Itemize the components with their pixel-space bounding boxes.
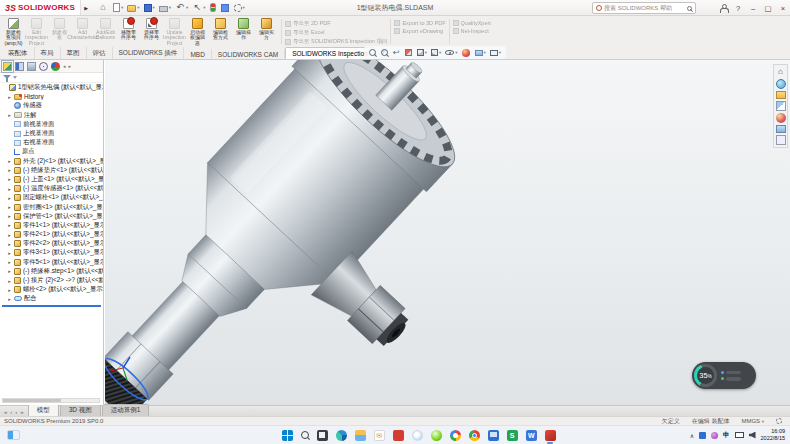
expand-arrow-icon[interactable]: ▸ xyxy=(7,112,12,118)
file-explorer-icon[interactable] xyxy=(355,430,366,441)
tree-item[interactable]: 1型铠装热电偶 (默认<默认_显示状态-1 xyxy=(0,83,103,92)
expand-arrow-icon[interactable]: ▸ xyxy=(7,259,12,265)
search-button[interactable] xyxy=(301,431,309,439)
tree-item[interactable]: ▸ History xyxy=(0,92,103,101)
rebuild-icon[interactable] xyxy=(210,3,217,12)
configurationmanager-tab[interactable] xyxy=(27,62,36,71)
tree-item[interactable]: ▸ 保护管<1> (默认<<默认>_显示状 xyxy=(0,212,103,221)
scrollbar-thumb[interactable] xyxy=(3,399,61,402)
green-s-app-icon[interactable]: S xyxy=(507,430,518,441)
task-view-button[interactable] xyxy=(317,430,328,441)
propertymanager-tab[interactable] xyxy=(15,62,24,71)
tray-monitor-icon[interactable] xyxy=(735,432,744,438)
tree-item[interactable]: ▸ 注解 xyxy=(0,111,103,120)
minimize-button[interactable]: – xyxy=(749,4,757,13)
edit-instance-button[interactable]: 编辑实 方 xyxy=(255,17,278,46)
help-search-box[interactable]: 搜索 SOLIDWORKS 帮助 xyxy=(592,2,696,14)
tree-item[interactable]: 前视基准面 xyxy=(0,120,103,129)
custom-properties-icon[interactable] xyxy=(776,135,786,145)
apply-scene-icon[interactable]: ▾ xyxy=(475,50,486,56)
edit-inspection-method-button[interactable]: 编辑检 查方式 xyxy=(209,17,232,46)
ribbon-tab[interactable]: SOLIDWORKS CAM xyxy=(212,49,285,59)
expand-arrow-icon[interactable]: ▸ xyxy=(7,232,12,238)
document-tab[interactable]: 3D 视图 xyxy=(60,404,101,416)
edit-inspection-project-button[interactable]: Edit Inspection Project xyxy=(25,17,48,46)
close-button[interactable]: × xyxy=(779,4,787,13)
hide-show-items-icon[interactable]: ▾ xyxy=(445,50,457,55)
zoom-area-icon[interactable] xyxy=(381,49,389,56)
home-icon[interactable]: ⌂ xyxy=(98,3,109,13)
blue-monitor-app-icon[interactable] xyxy=(488,430,499,441)
ribbon-tab[interactable]: 装配体 xyxy=(2,47,35,59)
ime-indicator[interactable]: 中 xyxy=(723,431,730,440)
view-palette-icon[interactable] xyxy=(776,101,786,111)
ribbon-tab[interactable]: MBD xyxy=(184,49,211,59)
graphics-area[interactable]: 35% xyxy=(105,60,790,405)
tab-scroll-arrow-icon[interactable]: ‹ xyxy=(10,409,12,415)
tree-item[interactable]: ▸ 密封圈<1> (默认<<默认>_显示状 xyxy=(0,202,103,211)
tree-divider-bar[interactable] xyxy=(2,305,101,307)
edit-operation-button[interactable]: 编辑操 作 xyxy=(232,17,255,46)
remove-balloons-button[interactable]: 移除零 件序号 xyxy=(117,17,140,46)
export-menu-item[interactable]: 导出至 Excel xyxy=(285,29,387,36)
edit-appearance-icon[interactable] xyxy=(462,49,471,57)
tray-volume-icon[interactable] xyxy=(749,432,756,439)
export-menu-item[interactable]: Export eDrawing xyxy=(394,28,445,34)
tray-chevron-icon[interactable]: ∧ xyxy=(690,432,694,439)
widget-button-bottom[interactable] xyxy=(721,377,741,381)
launch-template-editor-button[interactable]: 启动模 板编辑 器 xyxy=(186,17,209,46)
tree-item[interactable]: ▸ (-) 绝缘垫片<1> (默认<<默认>_显 xyxy=(0,166,103,175)
update-inspection-project-button[interactable]: Update Inspection Project xyxy=(163,17,186,46)
tab-scroll-arrow-icon[interactable]: « xyxy=(4,409,7,415)
solidworks-app-icon[interactable] xyxy=(545,430,556,441)
export-menu-item[interactable]: Net-Inspect xyxy=(453,28,491,34)
document-tab[interactable]: 模型 xyxy=(28,404,59,416)
expand-arrow-icon[interactable]: ▸ xyxy=(7,213,12,219)
panel-tab-scroll-right[interactable]: ▸ xyxy=(69,62,72,71)
tray-clock[interactable]: 16:09 2022/8/15 xyxy=(761,428,785,441)
expand-arrow-icon[interactable]: ▸ xyxy=(7,278,12,284)
tree-item[interactable]: 上视基准面 xyxy=(0,129,103,138)
menu-expand-arrow[interactable]: ▶ xyxy=(84,5,88,11)
section-view-icon[interactable] xyxy=(405,49,413,56)
tree-item[interactable]: 右视基准面 xyxy=(0,138,103,147)
ribbon-tab[interactable]: SOLIDWORKS 插件 xyxy=(113,47,185,59)
ribbon-tab[interactable]: 评估 xyxy=(87,47,113,59)
display-style-icon[interactable]: ▾ xyxy=(431,49,441,56)
tab-scroll-arrow-icon[interactable]: › xyxy=(15,409,17,415)
zoom-fit-icon[interactable] xyxy=(369,49,377,56)
tree-item[interactable]: ▸ 零件5<1> (默认<<默认>_显示状态 xyxy=(0,258,103,267)
help-button[interactable]: ? xyxy=(734,4,742,13)
expand-arrow-icon[interactable]: ▸ xyxy=(7,186,12,192)
export-menu-item[interactable]: Export to 3D PDF xyxy=(394,20,445,26)
ribbon-tab[interactable]: 布局 xyxy=(35,47,61,59)
blue-w-app-icon[interactable]: W xyxy=(526,430,537,441)
new-document-icon[interactable]: ▾ xyxy=(113,3,123,12)
featuremanager-tab[interactable] xyxy=(3,62,12,71)
colorful-browser-icon[interactable] xyxy=(450,430,461,441)
edge-browser-icon[interactable] xyxy=(336,430,347,441)
ribbon-tab[interactable]: SOLIDWORKS Inspection xyxy=(285,47,375,59)
new-inspection-project-button[interactable]: 新建检 查项目 (amp;N) xyxy=(2,17,25,46)
expand-arrow-icon[interactable]: ▸ xyxy=(7,296,12,302)
tree-item[interactable]: ▸ (-) 绝缘棒.step<1> (默认<<默认> xyxy=(0,267,103,276)
tree-item[interactable]: ▸ 外壳 (2)<1> (默认<<默认>_显示状 xyxy=(0,157,103,166)
tree-item[interactable]: ▸ 零件2<1> (默认<<默认>_显示状态 xyxy=(0,230,103,239)
select-balloons-button[interactable]: 选择零 件序号 xyxy=(140,17,163,46)
solidworks-logo[interactable]: 3S SOLIDWORKS xyxy=(0,0,81,15)
view-settings-icon[interactable]: ▾ xyxy=(490,50,501,56)
tree-item[interactable]: ▸ 零件2<2> (默认<<默认>_显示状态 xyxy=(0,239,103,248)
file-properties-icon[interactable] xyxy=(221,4,230,12)
tree-item[interactable]: ▸ (-) 上盖<1> (默认<<默认>_显示状 xyxy=(0,175,103,184)
cloud-app-icon[interactable] xyxy=(412,430,423,441)
expand-arrow-icon[interactable]: ▸ xyxy=(7,222,12,228)
dimxpertmanager-tab[interactable] xyxy=(39,62,48,71)
print-icon[interactable]: ▾ xyxy=(159,4,171,12)
export-menu-item[interactable]: 导出至 2D PDF xyxy=(285,20,387,27)
green-browser-icon[interactable] xyxy=(431,430,442,441)
appearances-icon[interactable] xyxy=(776,113,786,123)
expand-arrow-icon[interactable]: ▸ xyxy=(7,176,12,182)
expand-arrow-icon[interactable]: ▸ xyxy=(7,167,12,173)
tree-item[interactable]: ▸ (-) 温度传感器<1> (默认<<默认>_ xyxy=(0,184,103,193)
undo-icon[interactable]: ↶ ▾ xyxy=(175,3,188,13)
